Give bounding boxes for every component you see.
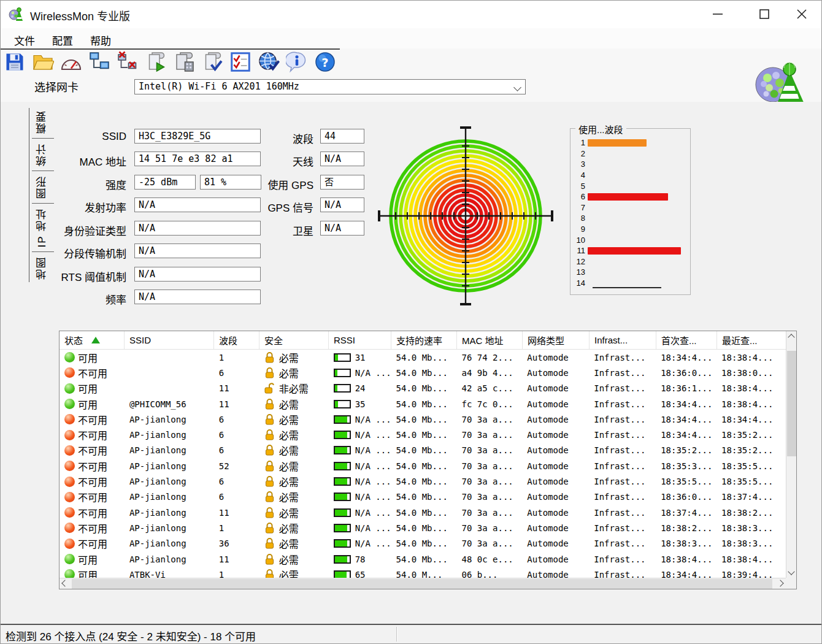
table-row[interactable]: 可用@PHICOMM_5611必需3554.0 Mb...fc 7c 0...A… — [60, 396, 786, 412]
script-log-icon — [173, 51, 195, 73]
disconnect-button[interactable] — [117, 51, 140, 75]
security-text: 必需 — [279, 397, 299, 412]
cell-last: 18:38:4... — [716, 350, 786, 365]
table-row[interactable]: 不可用AP-jianlong6必需N/A ...54.0 Mb...70 3a … — [60, 427, 786, 442]
status-text: 检测到 26 个接入点 (24 安全 - 2 未知安全) - 18 个可用 — [6, 628, 256, 643]
checklist-button[interactable] — [229, 51, 253, 75]
maximize-button[interactable] — [750, 1, 778, 28]
cell-security: 必需 — [259, 396, 329, 412]
table-row[interactable]: 不可用AP-jianlong36必需N/A ...54.0 Mb...70 3a… — [60, 536, 786, 551]
rssi-value: 24 — [355, 383, 366, 393]
table-row[interactable]: 可用11非必需2454.0 Mb...42 a5 c...AutomodeInf… — [60, 381, 786, 396]
connect-button[interactable] — [88, 51, 112, 75]
cell-last: 18:35:5... — [716, 473, 786, 489]
table-row[interactable]: 不可用AP-jianlong6必需N/A ...54.0 Mb...70 3a … — [60, 473, 786, 489]
close-button[interactable] — [788, 1, 816, 28]
cell-rssi: 78 — [329, 551, 391, 567]
satellites-field[interactable]: N/A — [320, 221, 364, 236]
antenna-field[interactable]: N/A — [320, 151, 364, 166]
scrollbar-corner — [786, 578, 796, 589]
lock-closed-icon — [264, 476, 275, 487]
info-button[interactable] — [286, 51, 309, 75]
cell-mac: 70 3a a... — [456, 520, 522, 535]
menu-item-help[interactable]: 帮助 — [86, 31, 115, 49]
rts-field[interactable]: N/A — [134, 267, 261, 282]
vertical-scrollbar[interactable] — [786, 331, 796, 578]
horizontal-scrollbar[interactable] — [60, 578, 786, 589]
status-unavailable-icon — [64, 430, 75, 440]
table-row[interactable]: 不可用AP-jianlong11必需N/A ...54.0 Mb...70 3a… — [60, 505, 786, 520]
table-row[interactable]: 不可用AP-jianlong6必需N/A ...54.0 Mb...70 3a … — [60, 412, 786, 427]
column-header-rssi[interactable]: RSSI — [329, 331, 391, 349]
column-header-rate[interactable]: 支持的速率 — [391, 331, 457, 349]
cell-net: Automode — [522, 381, 589, 396]
column-header-net[interactable]: 网络类型 — [523, 331, 590, 349]
channel-number: 2 — [574, 149, 588, 158]
table-row[interactable]: 不可用6必需N/A ...54.0 Mb...a4 9b 4...Automod… — [60, 365, 786, 380]
gps-signal-value: N/A — [325, 199, 341, 210]
channel-number: 1 — [574, 138, 588, 147]
verify-button[interactable] — [201, 51, 225, 75]
help-button[interactable]: ? — [314, 51, 337, 75]
table-row[interactable]: 可用1必需3154.0 Mb...76 74 2...AutomodeInfra… — [60, 350, 786, 365]
minimize-button[interactable] — [704, 1, 732, 28]
log-button[interactable] — [173, 51, 196, 75]
rssi-value: 31 — [355, 353, 366, 362]
channel-row: 1 — [574, 137, 686, 148]
table-row[interactable]: 不可用AP-jianlong52必需N/A ...54.0 Mb...70 3a… — [60, 458, 786, 473]
channel-row: 3 — [574, 159, 686, 170]
cell-net: Automode — [522, 505, 589, 520]
cell-security: 非必需 — [259, 381, 329, 396]
column-header-security[interactable]: 安全 — [259, 331, 329, 349]
cell-ssid — [125, 381, 214, 396]
column-header-mac[interactable]: MAC 地址 — [457, 331, 523, 349]
cell-status: 不可用 — [60, 520, 125, 535]
gauge-button[interactable] — [60, 51, 83, 75]
menu-item-file[interactable]: 文件 — [10, 31, 39, 49]
cell-net: Automode — [522, 427, 589, 442]
column-header-status[interactable]: 状态 — [60, 331, 125, 349]
fragmentation-field[interactable]: N/A — [134, 243, 261, 258]
table-row[interactable]: 不可用AP-jianlong6必需N/A ...54.0 Mb...70 3a … — [60, 489, 786, 505]
cell-ssid: AP-jianlong — [125, 505, 214, 520]
rssi-bar-icon — [334, 431, 351, 439]
cell-first: 18:36:0... — [656, 365, 716, 380]
strength-dbm-field[interactable]: -25 dBm — [134, 175, 196, 190]
frequency-label: 频率 — [19, 291, 126, 307]
table-row[interactable]: 不可用AP-jianlong1必需N/A ...54.0 Mb...70 3a … — [60, 520, 786, 535]
gps-signal-field[interactable]: N/A — [320, 197, 364, 212]
adapter-select[interactable]: Intel(R) Wi-Fi 6 AX201 160MHz — [134, 79, 526, 94]
column-header-ssid[interactable]: SSID — [125, 331, 214, 349]
band-field[interactable]: 44 — [320, 129, 364, 144]
save-button[interactable] — [4, 51, 27, 75]
vertical-scroll-thumb[interactable] — [787, 351, 796, 456]
column-header-last[interactable]: 最近查... — [717, 331, 786, 349]
horizontal-scroll-thumb[interactable] — [72, 579, 772, 589]
cell-net: Automode — [522, 489, 589, 505]
column-header-band[interactable]: 波段 — [214, 331, 259, 349]
rssi-bar-icon — [334, 353, 351, 362]
menu-item-config[interactable]: 配置 — [48, 31, 77, 49]
channel-row: 2 — [574, 148, 686, 159]
auth-type-label: 身份验证类型 — [19, 223, 126, 238]
cell-net: Automode — [522, 365, 589, 380]
cell-last: 18:38:4... — [716, 551, 786, 567]
web-button[interactable] — [258, 51, 281, 75]
channel-number: 3 — [574, 159, 588, 169]
run-log-button[interactable] — [145, 51, 168, 75]
table-row[interactable]: 不可用AP-jianlong6必需N/A ...54.0 Mb...70 3a … — [60, 443, 786, 458]
column-header-first[interactable]: 首次查... — [656, 331, 717, 349]
cell-ssid: AP-jianlong — [125, 443, 214, 458]
column-header-infra[interactable]: Infrast... — [590, 331, 656, 349]
security-text: 必需 — [279, 536, 299, 551]
table-row[interactable]: 可用AP-jianlong11必需7854.0 Mb...48 0c e...A… — [60, 551, 786, 567]
cell-last: 18:38:2... — [716, 505, 786, 520]
cell-net: Automode — [522, 458, 589, 473]
frequency-field[interactable]: N/A — [134, 289, 261, 304]
gauge-icon — [60, 51, 82, 73]
cell-mac: 70 3a a... — [456, 443, 522, 458]
open-button[interactable] — [32, 51, 55, 75]
menu-bar: 文件配置帮助 — [1, 28, 821, 48]
lock-closed-icon — [264, 507, 275, 518]
use-gps-field[interactable]: 否 — [320, 175, 364, 190]
